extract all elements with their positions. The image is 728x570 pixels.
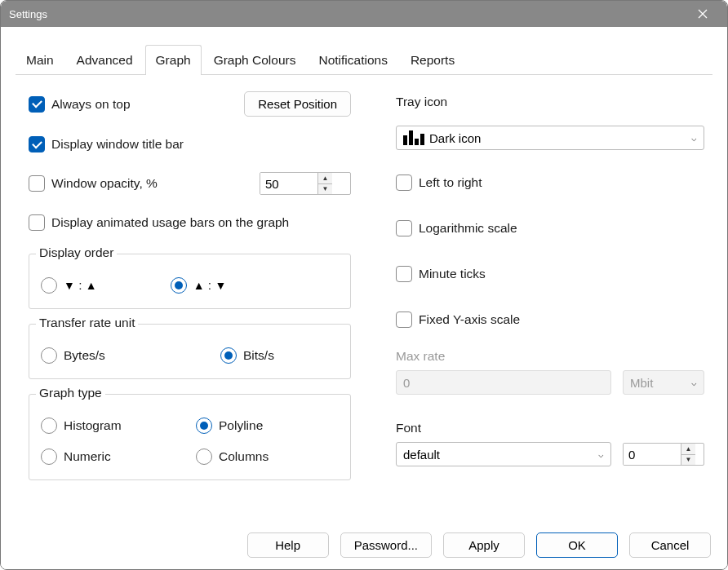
graph-type-group: Graph type Histogram Polyline Numeric [29,394,351,480]
tab-reports[interactable]: Reports [400,45,465,75]
window-opacity-input[interactable] [260,173,317,194]
always-on-top-label: Always on top [51,97,131,112]
reset-position-button[interactable]: Reset Position [244,91,351,117]
animated-bars-checkbox[interactable] [29,214,45,231]
graph-type-legend: Graph type [36,386,105,400]
font-size-spinbox[interactable]: ▲ ▼ [623,443,704,466]
log-scale-label: Logarithmic scale [419,221,517,236]
cancel-button[interactable]: Cancel [629,532,711,558]
animated-bars-label: Display animated usage bars on the graph [51,215,289,230]
tab-graph-colours[interactable]: Graph Colours [203,45,307,75]
display-order-group: Display order ▼ : ▲ ▲ : ▼ [29,254,351,309]
font-select[interactable]: default ⌵ [396,442,611,466]
font-value: default [403,448,440,462]
triangle-up-icon: ▲ [193,279,205,292]
max-rate-input: 0 [396,370,611,395]
font-label: Font [396,421,704,435]
bytes-label: Bytes/s [64,348,105,363]
spin-up-icon[interactable]: ▲ [318,173,332,184]
transfer-rate-legend: Transfer rate unit [36,316,138,330]
polyline-radio[interactable] [196,418,212,434]
max-rate-unit-value: Mbit [630,376,653,390]
spin-down-icon[interactable]: ▼ [318,184,332,195]
graph-type-histogram[interactable]: Histogram [41,414,196,437]
always-on-top-checkbox[interactable] [29,96,45,113]
graph-type-polyline[interactable]: Polyline [196,414,339,437]
triangle-up-icon: ▲ [86,279,97,292]
minute-ticks-label: Minute ticks [419,267,486,281]
tab-advanced[interactable]: Advanced [66,45,144,75]
bytes-radio[interactable] [41,347,57,364]
titlebar: Settings [1,1,727,27]
bits-label: Bits/s [243,348,274,363]
window-opacity-label: Window opacity, % [51,176,158,191]
chevron-down-icon: ⌵ [691,378,697,388]
display-order-legend: Display order [36,245,117,260]
tray-icon-select[interactable]: Dark icon ⌵ [396,126,704,150]
ok-button[interactable]: OK [536,532,618,558]
minute-ticks-checkbox[interactable] [396,266,412,282]
transfer-rate-bytes[interactable]: Bytes/s [41,344,147,367]
histogram-label: Histogram [64,418,122,433]
max-rate-value: 0 [403,376,410,390]
tab-main[interactable]: Main [16,45,64,75]
window-opacity-spinbox[interactable]: ▲ ▼ [260,172,351,195]
triangle-down-icon: ▼ [64,279,75,292]
help-button[interactable]: Help [247,532,329,558]
display-order-option-1[interactable]: ▼ : ▲ [41,274,97,297]
tray-icon-value: Dark icon [429,131,481,145]
display-order-option-2[interactable]: ▲ : ▼ [171,274,227,297]
display-titlebar-label: Display window title bar [51,137,184,152]
columns-label: Columns [219,449,269,464]
chevron-down-icon: ⌵ [598,449,604,460]
max-rate-unit-select: Mbit ⌵ [623,370,704,395]
apply-button[interactable]: Apply [443,532,525,558]
password-button[interactable]: Password... [340,532,432,558]
tray-icon-label: Tray icon [396,95,704,109]
left-to-right-label: Left to right [419,175,482,190]
max-rate-label: Max rate [396,349,704,364]
chevron-down-icon: ⌵ [691,133,697,144]
bits-radio[interactable] [220,347,237,364]
columns-radio[interactable] [196,448,212,465]
window-title: Settings [9,8,686,20]
histogram-radio[interactable] [41,418,57,434]
log-scale-checkbox[interactable] [396,220,412,236]
fixed-y-label: Fixed Y-axis scale [419,312,520,327]
polyline-label: Polyline [219,418,263,433]
tab-bar: Main Advanced Graph Graph Colours Notifi… [1,27,727,75]
spin-down-icon[interactable]: ▼ [681,455,695,466]
display-order-radio-2[interactable] [171,277,187,294]
tab-notifications[interactable]: Notifications [308,45,397,75]
footer: Help Password... Apply OK Cancel [1,520,727,569]
numeric-radio[interactable] [41,448,57,465]
triangle-down-icon: ▼ [215,279,226,292]
bars-icon [403,130,424,145]
display-titlebar-checkbox[interactable] [29,136,45,152]
fixed-y-checkbox[interactable] [396,312,412,328]
transfer-rate-group: Transfer rate unit Bytes/s Bits/s [29,324,351,379]
font-size-input[interactable] [624,444,681,465]
graph-type-numeric[interactable]: Numeric [41,445,196,468]
numeric-label: Numeric [64,449,111,464]
transfer-rate-bits[interactable]: Bits/s [220,344,274,367]
tab-graph[interactable]: Graph [145,45,202,75]
window-opacity-checkbox[interactable] [29,175,45,192]
left-to-right-checkbox[interactable] [396,175,412,191]
graph-type-columns[interactable]: Columns [196,445,339,468]
spin-up-icon[interactable]: ▲ [681,444,695,455]
display-order-radio-1[interactable] [41,277,57,294]
close-icon[interactable] [686,9,719,19]
